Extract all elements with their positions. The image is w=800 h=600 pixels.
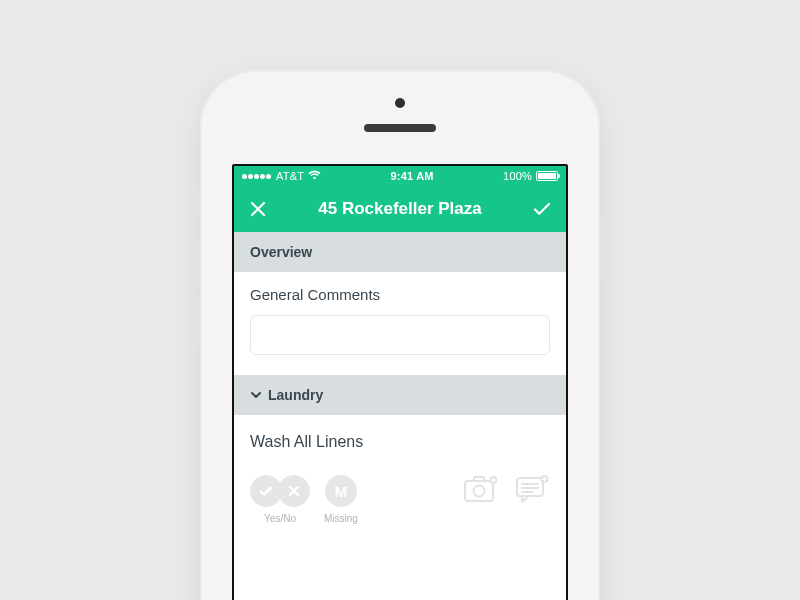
section-header-laundry[interactable]: Laundry [234, 375, 566, 415]
wifi-icon [308, 170, 321, 182]
earpiece-speaker [364, 124, 436, 132]
no-button[interactable] [278, 475, 310, 507]
section-body-overview: General Comments [234, 272, 566, 375]
x-icon [287, 484, 301, 498]
chevron-down-icon [250, 389, 262, 401]
missing-toggle-group: M Missing [324, 475, 358, 524]
add-comment-button[interactable] [516, 475, 550, 503]
missing-glyph: M [335, 483, 348, 500]
clock-label: 9:41 AM [321, 170, 503, 182]
status-bar: AT&T 9:41 AM 100% [234, 166, 566, 186]
volume-up-button [197, 240, 200, 286]
task-item: Wash All Linens Yes/No [234, 415, 566, 532]
close-button[interactable] [246, 197, 270, 221]
yes-no-label: Yes/No [264, 513, 296, 524]
missing-button[interactable]: M [325, 475, 357, 507]
missing-label: Missing [324, 513, 358, 524]
chat-plus-icon [516, 475, 550, 503]
section-title: Overview [250, 244, 312, 260]
check-icon [258, 483, 274, 499]
camera-plus-icon [464, 475, 498, 503]
close-icon [249, 200, 267, 218]
svg-point-1 [474, 486, 485, 497]
section-header-overview: Overview [234, 232, 566, 272]
section-title: Laundry [268, 387, 323, 403]
front-camera [395, 98, 405, 108]
checkmark-icon [532, 199, 552, 219]
general-comments-input[interactable] [250, 315, 550, 355]
volume-down-button [197, 300, 200, 346]
svg-rect-0 [465, 481, 493, 501]
screen: AT&T 9:41 AM 100% 45 Rockefeller Plaza O… [232, 164, 568, 600]
nav-bar: 45 Rockefeller Plaza [234, 186, 566, 232]
yes-no-toggle-group: Yes/No [250, 475, 310, 524]
carrier-label: AT&T [276, 170, 304, 182]
comments-label: General Comments [250, 286, 550, 303]
phone-frame: AT&T 9:41 AM 100% 45 Rockefeller Plaza O… [200, 70, 600, 600]
signal-strength-icon [242, 174, 271, 179]
battery-icon [536, 171, 558, 181]
power-button [600, 220, 603, 276]
battery-pct-label: 100% [503, 170, 532, 182]
confirm-button[interactable] [530, 197, 554, 221]
page-title: 45 Rockefeller Plaza [270, 199, 530, 219]
add-photo-button[interactable] [464, 475, 498, 503]
task-title: Wash All Linens [250, 433, 550, 451]
mute-switch [197, 190, 200, 216]
